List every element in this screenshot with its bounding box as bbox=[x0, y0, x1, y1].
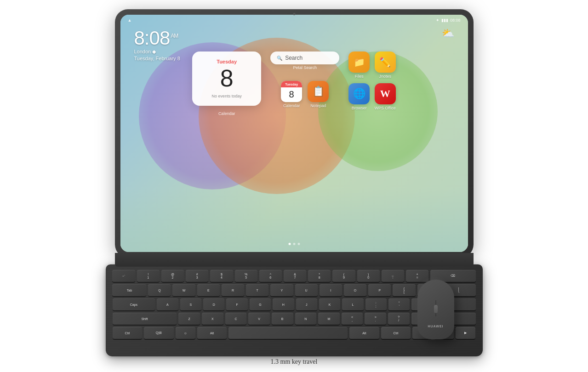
app-item-files[interactable]: 📁 Files bbox=[348, 52, 370, 79]
jnotes-app-label: Jnotes bbox=[379, 74, 391, 79]
key-r[interactable]: R bbox=[222, 284, 244, 296]
key-right[interactable]: ▶ bbox=[456, 327, 475, 339]
key-t[interactable]: T bbox=[246, 284, 268, 296]
calendar-app-label: Calendar bbox=[218, 111, 235, 116]
clock-time: 8:08AM bbox=[134, 29, 180, 48]
key-emoji[interactable]: ☺ bbox=[176, 327, 195, 339]
key-9[interactable]: (9 bbox=[332, 270, 355, 282]
key-k[interactable]: K bbox=[319, 298, 340, 310]
key-e[interactable]: E bbox=[197, 284, 220, 296]
calendar-app-icon: Tuesday 8 bbox=[281, 81, 302, 102]
files-app-label: Files bbox=[355, 74, 364, 79]
tablet-device: ▲ ✦ ▮▮▮ 08:08 8:08AM London ◆ bbox=[87, 9, 501, 285]
key-s[interactable]: S bbox=[180, 298, 201, 310]
key-l[interactable]: L bbox=[342, 298, 363, 310]
mouse-scroll-wheel[interactable] bbox=[434, 305, 438, 313]
tablet-shell: ▲ ✦ ▮▮▮ 08:08 8:08AM London ◆ bbox=[115, 9, 474, 258]
key-n[interactable]: N bbox=[295, 313, 317, 325]
jnotes-app-icon: ✏️ bbox=[375, 52, 396, 73]
key-space[interactable] bbox=[228, 327, 348, 339]
key-w[interactable]: W bbox=[172, 284, 195, 296]
key-0[interactable]: )0 bbox=[357, 270, 380, 282]
key-x[interactable]: X bbox=[202, 313, 223, 325]
apps-grid: 📁 Files ✏️ Jnotes bbox=[348, 52, 396, 110]
key-slash[interactable]: ?/ bbox=[388, 313, 410, 325]
mouse: HUAWEI bbox=[414, 280, 457, 353]
calendar-app-label-bottom: Calendar bbox=[283, 103, 300, 108]
key-lshift[interactable]: Shift bbox=[113, 313, 177, 325]
key-3[interactable]: #3 bbox=[186, 270, 208, 282]
middle-column: 🔍 Search Petal Search Tuesday bbox=[270, 52, 339, 108]
calendar-no-events: No events today bbox=[200, 94, 253, 98]
wps-app-icon: W bbox=[375, 83, 396, 104]
key-4[interactable]: $4 bbox=[210, 270, 233, 282]
browser-icon-glyph: 🌐 bbox=[353, 88, 365, 100]
weather-icon: ⛅ bbox=[442, 28, 454, 40]
key-y[interactable]: Y bbox=[270, 284, 293, 296]
browser-app-label: Browser bbox=[352, 106, 367, 110]
search-bar[interactable]: 🔍 Search bbox=[270, 52, 339, 64]
key-6[interactable]: ^6 bbox=[259, 270, 282, 282]
calendar-widget-container: Tuesday 8 No events today Calendar bbox=[192, 52, 261, 106]
key-lalt[interactable]: Alt bbox=[197, 327, 227, 339]
key-2[interactable]: @2 bbox=[161, 270, 184, 282]
dot-1 bbox=[288, 243, 291, 245]
key-o[interactable]: O bbox=[344, 284, 366, 296]
status-left: ▲ bbox=[128, 18, 132, 23]
key-g[interactable]: G bbox=[250, 298, 271, 310]
key-comma[interactable]: <, bbox=[342, 313, 363, 325]
product-caption: 1.3 mm key travel bbox=[271, 358, 318, 366]
scene: ▲ ✦ ▮▮▮ 08:08 8:08AM London ◆ bbox=[0, 0, 588, 372]
key-v[interactable]: V bbox=[248, 313, 270, 325]
app-item-wps[interactable]: W WPS Office bbox=[375, 83, 396, 110]
calendar-widget[interactable]: Tuesday 8 No events today bbox=[192, 52, 261, 106]
bluetooth-icon: ✦ bbox=[436, 18, 440, 23]
key-z[interactable]: Z bbox=[178, 313, 200, 325]
calendar-icon-num: 8 bbox=[289, 87, 294, 101]
key-fn[interactable]: Q|⊞ bbox=[144, 327, 174, 339]
key-a[interactable]: A bbox=[157, 298, 178, 310]
app-item-jnotes[interactable]: ✏️ Jnotes bbox=[375, 52, 396, 79]
key-caps[interactable]: Caps bbox=[113, 298, 155, 310]
key-c[interactable]: C bbox=[225, 313, 247, 325]
app-item-browser[interactable]: 🌐 Browser bbox=[348, 83, 370, 110]
key-q[interactable]: Q bbox=[148, 284, 171, 296]
key-quote[interactable]: "' bbox=[388, 298, 410, 310]
key-backtick[interactable]: ~` bbox=[112, 270, 135, 282]
dot-2 bbox=[293, 243, 295, 245]
key-tab[interactable]: Tab bbox=[112, 284, 146, 296]
files-icon-glyph: 📁 bbox=[354, 57, 365, 68]
key-d[interactable]: D bbox=[203, 298, 224, 310]
key-1[interactable]: !1 bbox=[137, 270, 160, 282]
key-rctrl[interactable]: Ctrl bbox=[381, 327, 411, 339]
key-b[interactable]: B bbox=[272, 313, 293, 325]
key-ralt[interactable]: Alt bbox=[349, 327, 379, 339]
key-u[interactable]: U bbox=[295, 284, 318, 296]
notepad-icon-glyph: 📋 bbox=[312, 86, 325, 97]
key-5[interactable]: %5 bbox=[235, 270, 257, 282]
app-item-notepad[interactable]: 📋 Notepad bbox=[308, 81, 329, 108]
key-lctrl[interactable]: Ctrl bbox=[113, 327, 143, 339]
key-7[interactable]: &7 bbox=[284, 270, 306, 282]
jnotes-icon-glyph: ✏️ bbox=[379, 57, 391, 68]
key-j[interactable]: J bbox=[296, 298, 317, 310]
key-period[interactable]: >. bbox=[365, 313, 386, 325]
key-p[interactable]: P bbox=[368, 284, 391, 296]
key-i[interactable]: I bbox=[320, 284, 342, 296]
search-container: 🔍 Search Petal Search bbox=[270, 52, 339, 70]
notepad-app-label: Notepad bbox=[310, 103, 326, 108]
calendar-icon-header: Tuesday bbox=[281, 81, 302, 87]
search-icon: 🔍 bbox=[277, 56, 282, 61]
app-item-calendar[interactable]: Tuesday 8 Calendar bbox=[281, 81, 302, 108]
key-semicolon[interactable]: :; bbox=[365, 298, 387, 310]
key-minus[interactable]: _- bbox=[382, 270, 404, 282]
key-h[interactable]: H bbox=[273, 298, 294, 310]
calendar-day: 8 bbox=[200, 66, 253, 90]
battery-icon: ▮▮▮ bbox=[441, 18, 448, 23]
key-lbracket[interactable]: {[ bbox=[393, 284, 415, 296]
key-8[interactable]: *8 bbox=[308, 270, 331, 282]
key-m[interactable]: M bbox=[318, 313, 340, 325]
front-camera bbox=[293, 13, 295, 15]
key-f[interactable]: F bbox=[226, 298, 247, 310]
mouse-body[interactable]: HUAWEI bbox=[417, 280, 454, 339]
